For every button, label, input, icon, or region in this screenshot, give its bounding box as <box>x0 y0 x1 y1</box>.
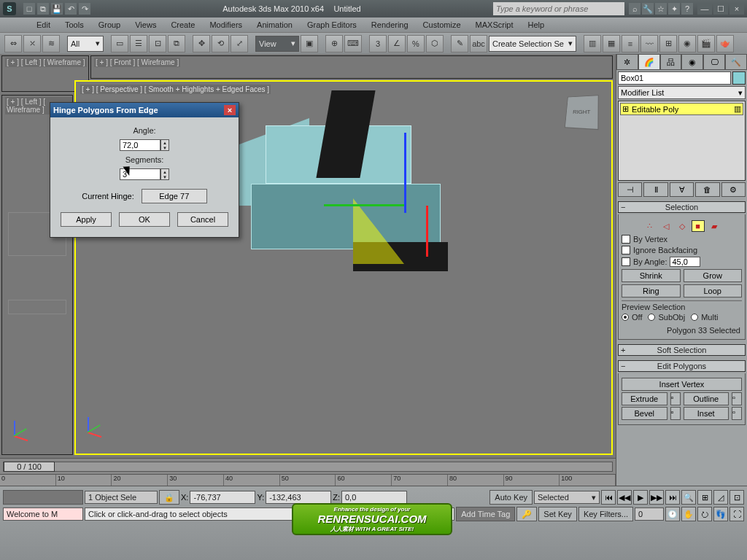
bevel-button[interactable]: Bevel <box>622 407 667 420</box>
edit-polygons-rollout-header[interactable]: −Edit Polygons <box>618 360 746 372</box>
percent-snap-icon[interactable]: % <box>407 35 425 52</box>
prev-frame-icon[interactable]: ◀◀ <box>617 490 632 505</box>
menu-rendering[interactable]: Rendering <box>364 18 416 31</box>
time-slider-thumb[interactable]: 0 / 100 <box>4 462 55 472</box>
nav-zoom-all-icon[interactable]: ⊞ <box>697 490 712 505</box>
nav-orbit-icon[interactable]: ⭮ <box>697 507 712 521</box>
autokey-button[interactable]: Auto Key <box>489 490 533 505</box>
cancel-button[interactable]: Cancel <box>177 212 228 227</box>
shrink-button[interactable]: Shrink <box>622 269 681 282</box>
menu-modifiers[interactable]: Modifiers <box>202 18 249 31</box>
nav-zoom-ext-icon[interactable]: ⊡ <box>729 490 744 505</box>
outline-button[interactable]: Outline <box>684 392 729 405</box>
angle-input[interactable] <box>120 139 160 151</box>
render-setup-icon[interactable]: 🎬 <box>697 35 715 52</box>
modify-tab-icon[interactable]: 🌈 <box>638 54 660 70</box>
infocenter-icon[interactable]: ⌕ <box>629 3 640 15</box>
nav-maximize-icon[interactable]: ⛶ <box>729 507 744 521</box>
time-ruler[interactable]: 0 10 20 30 40 50 60 70 80 90 100 <box>0 474 616 486</box>
setkey-button[interactable]: Set Key <box>538 507 577 521</box>
soft-selection-rollout-header[interactable]: +Soft Selection <box>618 344 746 356</box>
menu-create[interactable]: Create <box>163 18 202 31</box>
set-key-large-button[interactable] <box>3 490 83 505</box>
motion-tab-icon[interactable]: ◉ <box>681 54 703 70</box>
menu-animation[interactable]: Animation <box>249 18 300 31</box>
key-mode-dropdown[interactable]: Selected▾ <box>534 491 600 504</box>
viewport-top-right[interactable]: [ + ] [ Front ] [ Wireframe ] <box>90 55 613 79</box>
undo-icon[interactable]: ↶ <box>65 3 77 15</box>
viewport-label[interactable]: [ + ] [ Perspective ] [ Smooth + Highlig… <box>80 85 271 94</box>
use-center-icon[interactable]: ▣ <box>301 35 318 52</box>
minimize-button[interactable]: — <box>697 3 712 15</box>
configure-sets-icon[interactable]: ⚙ <box>721 182 746 197</box>
dialog-titlebar[interactable]: Hinge Polygons From Edge × <box>50 103 239 117</box>
current-frame-input[interactable]: 0 <box>635 508 664 521</box>
pick-hinge-button[interactable]: Edge 77 <box>142 189 207 203</box>
time-tag-button[interactable]: Add Time Tag <box>456 507 515 521</box>
segments-input[interactable] <box>120 168 160 180</box>
maxscript-mini-listener[interactable]: Welcome to M <box>3 508 83 521</box>
selection-filter-dropdown[interactable]: All▾ <box>67 36 104 52</box>
help-icon[interactable]: ? <box>681 3 693 15</box>
next-frame-icon[interactable]: ▶▶ <box>649 490 664 505</box>
menu-edit[interactable]: Edit <box>29 18 58 31</box>
save-icon[interactable]: 💾 <box>51 3 63 15</box>
link-icon[interactable]: ⇔ <box>4 35 22 52</box>
open-icon[interactable]: ⧉ <box>37 3 49 15</box>
ref-coord-dropdown[interactable]: View▾ <box>255 36 299 52</box>
by-vertex-checkbox[interactable] <box>622 235 630 244</box>
preview-multi-radio[interactable] <box>691 314 698 321</box>
subscription-icon[interactable]: 🔧 <box>642 3 654 15</box>
segments-spinner[interactable]: ▲▼ <box>160 168 169 180</box>
apply-button[interactable]: Apply <box>61 212 112 227</box>
show-end-result-icon[interactable]: Ⅱ <box>643 182 667 197</box>
toggle-icon[interactable]: ▥ <box>734 104 741 114</box>
named-sel-icon[interactable]: abc <box>470 35 487 52</box>
rotate-icon[interactable]: ⟲ <box>212 35 229 52</box>
ring-button[interactable]: Ring <box>622 284 681 298</box>
bind-icon[interactable]: ≋ <box>42 35 60 52</box>
lock-selection-icon[interactable]: 🔒 <box>159 490 179 505</box>
viewport-label[interactable]: [ + ] [ Left ] [ Wireframe ] <box>5 58 87 67</box>
window-crossing-icon[interactable]: ⧉ <box>168 35 185 52</box>
create-tab-icon[interactable]: ✲ <box>616 54 638 70</box>
new-icon[interactable]: □ <box>23 3 35 15</box>
inset-settings-button[interactable]: ▫ <box>732 407 742 420</box>
snap-3d-icon[interactable]: 3 <box>369 35 387 52</box>
angle-snap-icon[interactable]: ∠ <box>388 35 406 52</box>
menu-graph-editors[interactable]: Graph Editors <box>300 18 364 31</box>
render-icon[interactable]: 🫖 <box>716 35 734 52</box>
close-button[interactable]: × <box>729 3 744 15</box>
named-selection-dropdown[interactable]: Create Selection Se▾ <box>489 36 576 52</box>
make-unique-icon[interactable]: ∀ <box>670 182 694 197</box>
polygon-subobj-icon[interactable]: ■ <box>692 220 705 232</box>
align-icon[interactable]: ▦ <box>603 35 620 52</box>
material-editor-icon[interactable]: ◉ <box>678 35 696 52</box>
menu-views[interactable]: Views <box>128 18 163 31</box>
x-axis-icon[interactable] <box>426 206 428 257</box>
menu-maxscript[interactable]: MAXScript <box>468 18 521 31</box>
manipulate-icon[interactable]: ⊕ <box>325 35 343 52</box>
ignore-backfacing-checkbox[interactable] <box>622 246 630 254</box>
spinner-snap-icon[interactable]: ⬡ <box>426 35 444 52</box>
maximize-button[interactable]: ☐ <box>713 3 728 15</box>
x-coord-input[interactable]: -76,737 <box>190 491 255 504</box>
move-icon[interactable]: ✥ <box>193 35 210 52</box>
preview-subobj-radio[interactable] <box>648 314 655 321</box>
dialog-close-button[interactable]: × <box>224 105 236 115</box>
menu-tools[interactable]: Tools <box>58 18 91 31</box>
utilities-tab-icon[interactable]: 🔨 <box>725 54 747 70</box>
y-axis-icon[interactable] <box>324 204 404 206</box>
border-subobj-icon[interactable]: ◇ <box>676 220 689 232</box>
y-coord-input[interactable]: -132,463 <box>266 491 331 504</box>
time-slider[interactable]: 0 / 100 <box>0 458 616 474</box>
goto-end-icon[interactable]: ⏭ <box>665 490 680 505</box>
unlink-icon[interactable]: ⤫ <box>23 35 41 52</box>
modifier-stack[interactable]: ⊞ Editable Poly ▥ <box>618 101 746 181</box>
menu-customize[interactable]: Customize <box>416 18 468 31</box>
display-tab-icon[interactable]: 🖵 <box>703 54 725 70</box>
select-region-icon[interactable]: ⊡ <box>149 35 166 52</box>
by-angle-input[interactable] <box>670 257 700 267</box>
help-search-input[interactable]: Type a keyword or phrase <box>493 2 624 15</box>
time-config-icon[interactable]: 🕐 <box>665 507 680 521</box>
